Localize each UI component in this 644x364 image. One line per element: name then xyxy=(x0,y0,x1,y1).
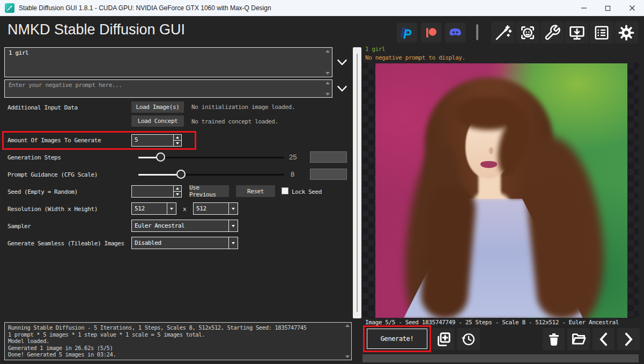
titlebar: Stable Diffusion GUI 1.8.1 - CUDA GPU: N… xyxy=(0,0,644,16)
page-title: NMKD Stable Diffusion GUI xyxy=(8,21,185,38)
discord-icon xyxy=(448,25,463,40)
log-scrollbar[interactable] xyxy=(344,324,350,358)
app-window: Stable Diffusion GUI 1.8.1 - CUDA GPU: N… xyxy=(0,0,644,364)
sampler-label: Sampler xyxy=(8,223,31,230)
gear-icon xyxy=(617,24,635,42)
amount-up-icon xyxy=(174,135,181,141)
previous-image-button[interactable] xyxy=(593,328,615,350)
log-line: Running Stable Diffusion - 5 Iterations,… xyxy=(8,324,343,331)
seamless-dropdown[interactable]: Disabled xyxy=(131,237,238,249)
load-images-button[interactable]: Load Image(s) xyxy=(131,101,184,113)
resolution-label: Resolution (Width x Height) xyxy=(8,206,98,213)
history-icon xyxy=(461,331,477,347)
load-concept-button[interactable]: Load Concept xyxy=(131,115,184,127)
negative-prompt-input[interactable]: Enter your negative prompt here... xyxy=(4,79,332,98)
chevron-right-icon xyxy=(621,331,635,347)
reset-seed-button[interactable]: Reset xyxy=(236,185,275,197)
height-dropdown[interactable]: 512 xyxy=(193,202,238,215)
seed-up-icon xyxy=(174,186,181,192)
dropdown-arrow-icon xyxy=(228,220,238,231)
generated-image[interactable] xyxy=(375,63,627,318)
cfg-extra-input xyxy=(310,169,347,180)
lock-seed-label: Lock Seed xyxy=(292,188,322,195)
next-image-button[interactable] xyxy=(617,328,640,350)
window-title: Stable Diffusion GUI 1.8.1 - CUDA GPU: N… xyxy=(19,4,271,12)
installer-button[interactable] xyxy=(565,21,589,43)
steps-extra-input xyxy=(310,151,347,163)
seed-input[interactable] xyxy=(131,185,182,198)
left-panel-scrollbar[interactable] xyxy=(353,47,361,318)
paypal-link[interactable]: PP xyxy=(397,23,417,42)
resolution-separator: x xyxy=(183,206,186,213)
image-viewer xyxy=(362,63,639,318)
chevron-down-icon xyxy=(336,84,348,93)
steps-label: Generation Steps xyxy=(8,154,61,161)
width-value: 512 xyxy=(132,203,167,214)
sampler-value: Euler Ancestral xyxy=(132,220,228,231)
image-metadata: Image 5/5 - Seed 1835747749 - 25 Steps -… xyxy=(365,319,619,326)
trash-icon xyxy=(546,332,561,347)
dropdown-arrow-icon xyxy=(167,203,176,214)
wrench-icon xyxy=(544,24,561,41)
width-dropdown[interactable]: 512 xyxy=(131,202,176,215)
lock-seed-checkbox[interactable] xyxy=(282,187,288,194)
prompt-text: 1 girl xyxy=(9,49,28,56)
preview-prompt-text: 1 girl xyxy=(365,46,385,53)
dropdown-arrow-icon xyxy=(228,203,238,214)
additional-input-label: Additional Input Data xyxy=(8,104,78,111)
init-image-status: No initialization image loaded. xyxy=(191,104,295,111)
patreon-link[interactable] xyxy=(421,23,441,42)
post-processing-button[interactable] xyxy=(491,21,515,43)
dropdown-arrow-icon xyxy=(228,237,238,249)
log-output[interactable]: Running Stable Diffusion - 5 Iterations,… xyxy=(4,322,352,360)
expand-prompt-button[interactable] xyxy=(335,53,350,72)
seed-down-icon xyxy=(174,192,181,197)
open-folder-button[interactable] xyxy=(567,328,590,350)
close-button[interactable] xyxy=(620,0,644,16)
app-logo-icon xyxy=(5,3,14,13)
seamless-value: Disabled xyxy=(132,237,228,249)
add-to-queue-icon xyxy=(435,331,451,347)
settings-button[interactable] xyxy=(615,21,638,43)
chevron-left-icon xyxy=(597,331,611,347)
maximize-button[interactable] xyxy=(596,0,620,16)
seed-label: Seed (Empty = Random) xyxy=(8,188,78,195)
discord-link[interactable] xyxy=(445,23,465,42)
queue-button[interactable] xyxy=(590,21,613,43)
cfg-slider[interactable] xyxy=(138,170,284,179)
queue-list-icon xyxy=(593,24,610,41)
seed-value xyxy=(132,186,173,197)
progress-bar xyxy=(362,354,639,362)
seamless-label: Generate Seamless (Tileable) Images xyxy=(8,240,124,247)
expand-negative-prompt-button[interactable] xyxy=(335,80,350,97)
use-previous-seed-button[interactable]: Use Previous xyxy=(189,185,229,197)
prompt-input[interactable]: 1 girl xyxy=(4,47,332,77)
add-to-queue-button[interactable] xyxy=(432,328,454,350)
log-line: Done! Generated 5 images in 03:24. xyxy=(8,351,343,358)
minimize-button[interactable] xyxy=(572,0,596,16)
patreon-icon xyxy=(424,26,438,40)
concept-status: No trained concept loaded. xyxy=(191,118,278,125)
history-button[interactable] xyxy=(457,328,480,350)
log-line: 1 prompt * 5 images * 1 step value * 1 s… xyxy=(8,331,343,338)
developer-tools-button[interactable] xyxy=(541,21,564,43)
cfg-value: 8 xyxy=(291,170,294,178)
negative-prompt-scrollbar[interactable] xyxy=(324,82,330,96)
delete-image-button[interactable] xyxy=(543,328,565,350)
chevron-down-icon xyxy=(336,58,348,67)
generate-button[interactable]: Generate! xyxy=(367,329,427,349)
screen-install-icon xyxy=(568,24,586,41)
negative-prompt-placeholder: Enter your negative prompt here... xyxy=(9,82,122,89)
toolbar-divider xyxy=(476,24,478,40)
amount-stepper[interactable]: 5 xyxy=(131,134,182,147)
folder-icon xyxy=(571,331,587,347)
preview-negative-note: No negative prompt to display. xyxy=(365,54,465,61)
sampler-dropdown[interactable]: Euler Ancestral xyxy=(131,220,238,232)
steps-value: 25 xyxy=(289,153,297,161)
height-value: 512 xyxy=(194,203,228,214)
log-line: Model loaded. xyxy=(8,338,343,345)
steps-slider[interactable] xyxy=(138,152,284,162)
face-restore-icon xyxy=(519,24,536,41)
prompt-scrollbar[interactable] xyxy=(324,50,330,75)
face-restoration-button[interactable] xyxy=(516,21,539,43)
